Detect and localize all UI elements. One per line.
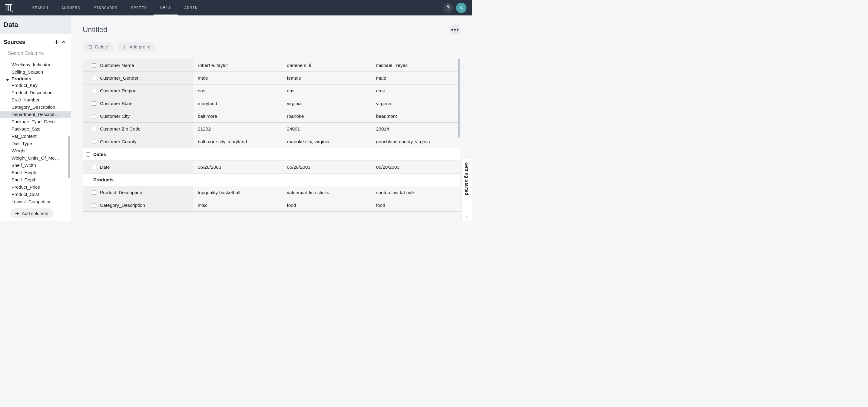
attribute-cell[interactable]: Customer_Gender (83, 72, 193, 84)
more-menu-button[interactable]: ••• (450, 25, 460, 35)
attribute-cell[interactable]: Customer City (83, 110, 193, 122)
app-logo[interactable] (4, 3, 14, 13)
checkbox[interactable] (86, 152, 90, 157)
attribute-cell[interactable]: Customer State (83, 97, 193, 109)
nav-item-pinboards[interactable]: PINBOARDS (87, 0, 124, 15)
table-scrollbar-thumb[interactable] (458, 59, 460, 137)
tree-item[interactable]: SKU_Number (0, 96, 71, 103)
checkbox[interactable] (86, 178, 90, 182)
checkbox[interactable] (92, 63, 96, 67)
tree-item[interactable]: Shelf_Height (0, 169, 71, 176)
nav-item-admin[interactable]: ADMIN (178, 0, 205, 15)
attribute-cell[interactable]: Date (83, 161, 193, 173)
value-cell: darlene s. li (282, 59, 371, 71)
ellipsis-icon: ••• (451, 26, 459, 33)
value-cell: 21202 (193, 123, 282, 135)
sidebar-title: Data (4, 21, 67, 29)
search-columns[interactable] (5, 49, 67, 58)
chevron-up-icon (61, 40, 66, 44)
table-row: Customer Zip Code212022400123014 (83, 123, 460, 135)
logo-icon (4, 3, 13, 12)
tree-item[interactable]: Department_Descript… (0, 111, 71, 118)
attribute-cell[interactable]: Product_Description (83, 186, 193, 199)
add-columns-button[interactable]: Add columns (10, 208, 53, 218)
value-cell: east (282, 85, 371, 97)
svg-marker-9 (6, 79, 9, 81)
attribute-cell[interactable]: Customer Zip Code (83, 123, 193, 135)
avatar[interactable]: A (456, 3, 466, 13)
table-row: Customer Regioneasteasteast (83, 85, 460, 97)
value-cell: 23014 (371, 123, 460, 135)
tree-item[interactable]: Lowest_Competitor_… (0, 198, 71, 205)
tree-item[interactable]: Selling_Season (0, 68, 71, 76)
search-columns-input[interactable] (8, 51, 68, 56)
tree-item[interactable]: Product_Cost (0, 191, 71, 198)
tree-item[interactable]: Weekday_Indicator (0, 61, 71, 68)
attribute-name: Customer State (100, 101, 133, 106)
section-cell[interactable]: Products (83, 174, 460, 186)
section-label: Dates (93, 152, 106, 157)
checkbox[interactable] (92, 114, 96, 118)
tree-item[interactable]: Product_Price (0, 184, 71, 191)
attribute-cell[interactable]: Customer Name (83, 59, 193, 71)
tree-item[interactable]: Fat_Content (0, 133, 71, 140)
value-cell: baltimore city, maryland (193, 135, 282, 148)
tree-item[interactable]: Product_Key (0, 82, 71, 89)
value-cell: male (193, 72, 282, 84)
getting-started-label: Getting Started (464, 162, 469, 195)
tree-item[interactable]: Diet_Type (0, 140, 71, 147)
chevron-left-icon: ‹ (466, 214, 468, 219)
page-title[interactable]: Untitled (83, 26, 450, 34)
value-cell: topquality basketball (193, 186, 282, 199)
attribute-name: Category_Description (100, 202, 145, 208)
nav-item-answers[interactable]: ANSWERS (55, 0, 87, 15)
svg-rect-12 (89, 46, 92, 49)
value-cell: roanoke (282, 110, 371, 122)
checkbox[interactable] (92, 190, 96, 195)
tree-item[interactable]: Package_Size (0, 125, 71, 133)
section-cell[interactable]: Dates (83, 148, 460, 160)
avatar-initial: A (460, 5, 463, 10)
add-source-button[interactable] (53, 38, 60, 46)
columns-tree[interactable]: Weekday_IndicatorSelling_SeasonProductsP… (0, 60, 71, 221)
tree-item[interactable]: Weight_Units_Of_Me… (0, 154, 71, 162)
value-cell: virginia (371, 97, 460, 109)
tree-item[interactable]: Weight (0, 147, 71, 154)
svg-point-4 (11, 10, 13, 12)
attribute-name: Product_Description (100, 190, 142, 195)
nav-item-spotiq[interactable]: SPOTIQ (124, 0, 154, 15)
nav-item-data[interactable]: DATA (154, 0, 178, 15)
attribute-cell[interactable]: Customer Region (83, 85, 193, 97)
checkbox[interactable] (92, 127, 96, 131)
attribute-cell[interactable]: Category_Description (83, 199, 193, 211)
checkbox[interactable] (92, 139, 96, 144)
tree-item[interactable]: Product_Description (0, 89, 71, 96)
tree-item[interactable]: Category_Description (0, 103, 71, 111)
checkbox[interactable] (92, 101, 96, 106)
checkbox[interactable] (92, 203, 96, 208)
table-row: Customer Namerobert e. taylordarlene s. … (83, 59, 460, 72)
table-row: Product_Descriptiontopquality basketball… (83, 186, 460, 199)
add-prefix-button[interactable]: Add prefix (117, 42, 155, 52)
attribute-cell[interactable]: Customer County (83, 135, 193, 148)
tree-item[interactable]: Shelf_Depth (0, 176, 71, 184)
help-button[interactable]: ? (443, 3, 453, 13)
checkbox[interactable] (92, 76, 96, 80)
tree-item[interactable]: Shelf_Width (0, 162, 71, 169)
attribute-name: Customer Region (100, 88, 136, 94)
plus-icon (54, 39, 59, 45)
attribute-name: Date (100, 164, 110, 170)
tree-item[interactable]: Package_Type_Descr… (0, 118, 71, 125)
sidebar: Data Sources Weekday_I (0, 15, 71, 221)
scrollbar-thumb[interactable] (68, 136, 70, 178)
checkbox[interactable] (92, 89, 96, 93)
nav-item-search[interactable]: SEARCH (26, 0, 55, 15)
data-table: Customer Namerobert e. taylordarlene s. … (83, 59, 460, 212)
section-label: Products (93, 177, 114, 183)
tree-group[interactable]: Products (0, 76, 71, 82)
getting-started-tab[interactable]: Getting Started ‹ (462, 159, 472, 221)
collapse-sources-button[interactable] (60, 38, 67, 46)
delete-button[interactable]: Delete (83, 42, 114, 52)
attribute-name: Customer City (100, 114, 130, 119)
checkbox[interactable] (92, 165, 96, 169)
